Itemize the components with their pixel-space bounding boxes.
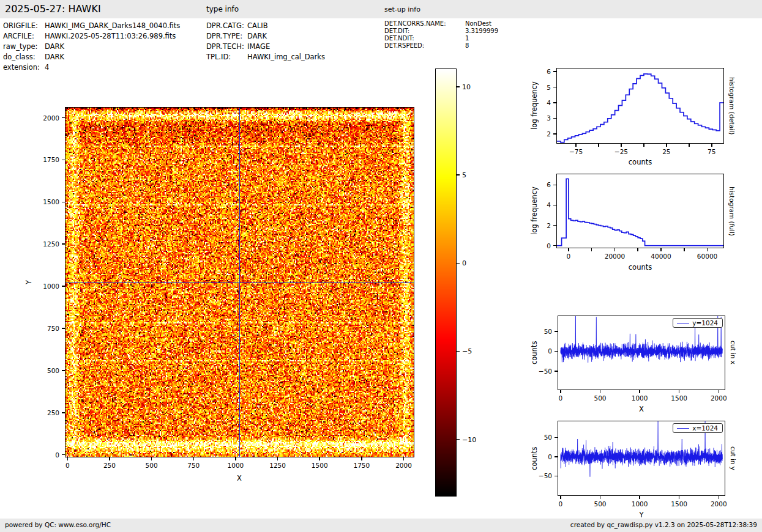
y-tick [555,351,558,352]
legend-line-sample [677,428,689,429]
info-value: NonDest [465,20,491,28]
colorbar-tick [456,263,460,264]
x-tick [643,143,644,147]
setup-info-heading: set-up info [384,6,420,13]
cut-x-ylabel: counts [530,316,539,390]
y-tick [553,71,557,72]
y-tick-label: 750 [47,325,59,332]
cut-in-y-plot: x=1024 0500100015002000−50050 [558,421,725,496]
y-tick-label: −50 [539,368,552,375]
y-tick-label: 5 [547,84,551,91]
info-row: raw_type:DARK [3,42,180,52]
colorbar-tick-label: 5 [462,171,466,179]
x-tick [637,248,638,251]
header-bar: 2025-05-27: HAWKI type info set-up info [0,0,762,18]
x-tick-label: 500 [594,500,606,508]
y-tick [555,331,558,332]
y-tick [62,243,65,245]
x-tick [568,248,569,251]
info-value: HAWKI_img_cal_Darks [247,52,325,62]
x-tick [591,248,592,251]
info-row: TPL.ID:HAWKI_img_cal_Darks [206,52,325,62]
x-tick-label: 1500 [671,394,687,402]
y-tick-label: 250 [47,409,59,416]
y-tick-label: 6 [547,181,551,188]
x-tick-label: 60000 [697,253,717,260]
x-tick [707,248,708,251]
x-tick [600,495,601,499]
y-tick-label: 0 [547,242,551,249]
cut-in-x-plot: y=1024 0500100015002000−50050 [558,316,725,390]
y-tick-label: 2 [547,222,551,229]
y-tick-label: 1250 [43,240,59,248]
x-tick-label: 0 [567,253,571,260]
info-value: DARK [45,52,64,62]
y-tick [62,286,65,287]
info-label: ORIGFILE: [3,21,45,31]
info-label: ARCFILE: [3,31,45,42]
x-tick [660,248,662,251]
x-tick [598,143,599,147]
type-info-heading: type info [206,5,239,13]
info-value: DARK [247,31,267,42]
y-tick [553,102,557,103]
colorbar-tick-label: −5 [462,347,472,355]
info-label: DPR.TECH: [206,42,247,52]
histogram-detail-plot: −75−25257523456 [556,68,724,144]
colorbar-tick [456,174,460,175]
x-tick-label: 1000 [632,500,648,508]
y-tick [62,117,65,119]
main-xlabel: X [237,474,242,482]
y-tick [62,328,65,329]
footer-bar: powered by QC: www.eso.org/HC created by… [0,519,762,532]
info-label: DET.NDIT: [384,35,465,42]
x-tick [575,143,577,147]
x-tick-label: 0 [559,394,563,402]
info-row: DET.DIT:3.3199999 [384,28,498,35]
y-tick [62,370,65,371]
x-tick [560,495,561,499]
y-tick [553,133,557,135]
colorbar-tick-label: −10 [462,435,476,443]
legend-line-sample [677,323,689,323]
x-tick-label: 2000 [395,462,412,469]
y-tick [62,160,65,161]
y-tick-label: 2 [547,130,551,138]
info-row: DPR.TYPE:DARK [206,31,325,42]
x-tick-label: 75 [708,148,715,155]
info-value: IMAGE [247,42,270,52]
info-row: DET.RSPEED:8 [384,42,498,50]
x-tick-label: 0 [65,462,70,469]
x-tick [235,457,236,460]
cut-y-side-label: cut in y [730,421,737,496]
x-tick-label: 1000 [632,394,648,402]
x-tick [689,143,690,147]
y-tick-label: −50 [539,472,552,479]
x-tick [719,495,720,499]
x-tick-label: 500 [594,394,606,402]
y-tick [555,456,558,457]
y-tick-label: 6 [547,68,551,75]
colorbar: 1050−5−10 [435,68,457,497]
x-tick [109,457,110,460]
x-tick [361,457,362,460]
x-tick [666,143,667,147]
info-row: DET.NDIT:1 [384,35,498,42]
histogram-detail-canvas [557,68,723,143]
x-tick-label: 25 [662,148,670,155]
info-row: do_class:DARK [3,52,180,62]
y-tick [553,185,557,186]
cut-y-xlabel: Y [639,511,643,519]
x-tick [679,495,680,499]
info-row: ORIGFILE:HAWKI_IMG_DARK_Darks148_0040.fi… [3,21,180,31]
x-tick [711,143,712,147]
y-tick-label: 500 [47,367,59,374]
footer-right-text: created by qc_rawdisp.py v1.2.3 on 2025-… [570,521,757,528]
x-tick-label: 750 [187,462,200,469]
info-label: extension: [3,62,45,73]
y-tick [555,476,558,477]
y-tick-label: 0 [548,453,552,460]
hist-full-xlabel: counts [629,263,652,272]
crosshair-horizontal-line [65,282,414,283]
x-tick-label: 2000 [711,500,727,508]
